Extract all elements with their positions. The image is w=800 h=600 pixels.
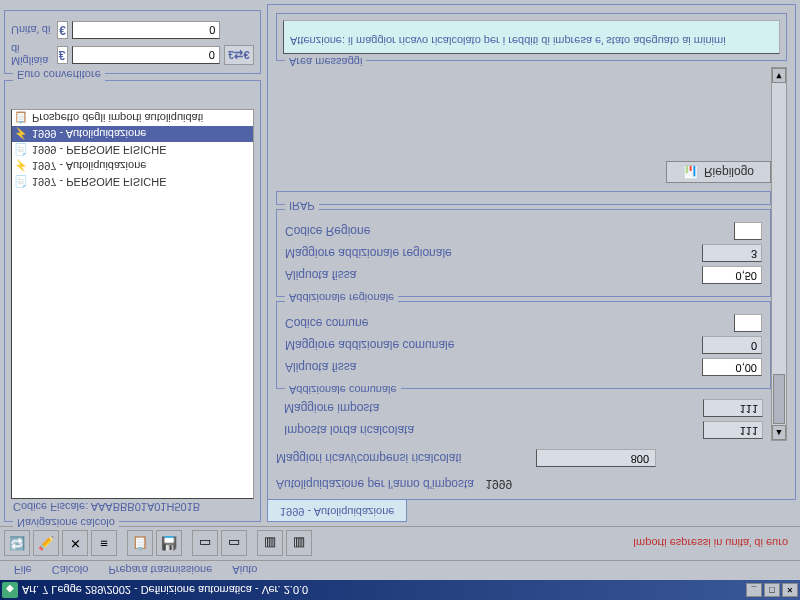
add-reg-aliquota-value[interactable]: 0,50 <box>702 266 762 284</box>
tab-1999-auto[interactable]: 1999 - Autoliquidazione <box>267 500 407 522</box>
tool-doc2-icon[interactable]: ▭ <box>221 531 247 557</box>
add-reg-maggiore-value: 3 <box>702 244 762 262</box>
tool-delete-icon[interactable]: ✕ <box>62 531 88 557</box>
conv-unita-label: Unita' di <box>11 24 53 36</box>
tool-refresh-icon[interactable]: 🔄 <box>4 531 30 557</box>
tool-list-icon[interactable]: ≡ <box>91 531 117 557</box>
euro-icon: € <box>57 21 68 39</box>
year-heading: Autoliquidazione per l'anno d'imposta 19… <box>276 477 787 491</box>
scrollbar[interactable]: ▲ ▼ <box>771 67 787 441</box>
add-com-maggiore-value: 0 <box>702 336 762 354</box>
menu-prepara[interactable]: Prepara trasmissione <box>98 563 222 579</box>
nav-item-1999-persone[interactable]: 📄 1999 - PERSONE FISICHE <box>12 142 253 158</box>
msg-legend: Area messaggi <box>285 56 366 68</box>
menu-file[interactable]: File <box>4 563 42 579</box>
add-reg-codice-label: Codice Regione <box>285 224 734 238</box>
toolbar-note: Importi espressi in unita' di euro <box>633 538 796 550</box>
imposta-lorda-value: 111 <box>703 421 763 439</box>
addizionale-regionale: Addizionale regionale Aliquota fissa 0,5… <box>276 209 771 297</box>
app-icon: ◆ <box>2 582 18 598</box>
menubar: File Calcolo Prepara trasmissione Aiuto <box>0 560 800 580</box>
tool-stack2-icon[interactable]: ▥ <box>286 531 312 557</box>
riepilogo-icon: 📊 <box>683 165 698 179</box>
imposta-lorda-label: Imposta lorda ricalcolata <box>284 423 703 437</box>
conv-swap-button[interactable]: £⇆€ <box>224 45 254 65</box>
nav-tree[interactable]: 📄 1997 - PERSONE FISICHE ⚡ 1997 - Autoli… <box>11 109 254 499</box>
add-com-maggiore-label: Maggiore addizionale comunale <box>285 338 702 352</box>
conv-migliaia-input[interactable] <box>72 46 220 64</box>
content-panel: Autoliquidazione per l'anno d'imposta 19… <box>267 4 796 500</box>
doc-icon: 📄 <box>14 175 28 189</box>
add-com-aliquota-label: Aliquota fissa <box>285 360 702 374</box>
maximize-button[interactable]: □ <box>764 583 780 597</box>
bolt-icon: ⚡ <box>14 159 28 173</box>
tool-edit-icon[interactable]: ✏️ <box>33 531 59 557</box>
tab-strip: 1999 - Autoliquidazione <box>267 500 796 522</box>
toolbar: 🔄 ✏️ ✕ ≡ 📋 💾 ▭ ▭ ▥ ▥ Importi espressi in… <box>0 526 800 560</box>
minimize-button[interactable]: _ <box>746 583 762 597</box>
menu-aiuto[interactable]: Aiuto <box>222 563 267 579</box>
nav-panel: Navigazione calcolo Codice Fiscale: AAAB… <box>4 80 261 522</box>
msg-text: Attenzione: il maggior ricavo ricalcolat… <box>283 20 780 54</box>
maggiore-imposta-label: Maggiore imposta <box>284 401 703 415</box>
addizionale-comunale: Addizionale comunale Aliquota fissa 0,00… <box>276 301 771 389</box>
euro-converter: Euro convertitore Migliaia di ₤ £⇆€ Unit… <box>4 10 261 74</box>
titlebar: ◆ Art. 7 Legge 289/2002 - Definizione au… <box>0 580 800 600</box>
tool-copy-icon[interactable]: 📋 <box>127 531 153 557</box>
maggiori-ricavi-value: 800 <box>536 449 656 467</box>
conv-migliaia-label: Migliaia di <box>11 43 53 67</box>
scroll-down-icon[interactable]: ▼ <box>772 68 786 83</box>
menu-calcolo[interactable]: Calcolo <box>42 563 99 579</box>
nav-legend: Navigazione calcolo <box>13 517 119 529</box>
scroll-thumb[interactable] <box>773 374 785 424</box>
nav-item-1999-auto[interactable]: ⚡ 1999 - Autoliquidazione <box>12 126 253 142</box>
close-button[interactable]: × <box>782 583 798 597</box>
nav-item-1997-auto[interactable]: ⚡ 1997 - Autoliquidazione <box>12 158 253 174</box>
table-icon: 📋 <box>14 111 28 125</box>
conv-legend: Euro convertitore <box>13 69 105 81</box>
conv-unita-input[interactable] <box>72 21 220 39</box>
riepilogo-button[interactable]: 📊 Riepilogo <box>666 161 771 183</box>
nav-item-prospetto[interactable]: 📋 Prospetto degli importi autoliquidati <box>12 110 253 126</box>
titlebar-text: Art. 7 Legge 289/2002 - Definizione auto… <box>22 584 746 596</box>
nav-codice-fiscale: Codice Fiscale: AAABBB01A01H501B <box>11 499 254 515</box>
doc-icon: 📄 <box>14 143 28 157</box>
tool-stack1-icon[interactable]: ▥ <box>257 531 283 557</box>
add-com-aliquota-value[interactable]: 0,00 <box>702 358 762 376</box>
add-reg-aliquota-label: Aliquota fissa <box>285 268 702 282</box>
add-com-codice-value[interactable] <box>734 314 762 332</box>
maggiori-ricavi-label: Maggiori ricavi/compensi ricalcolati <box>276 451 536 465</box>
add-reg-codice-value[interactable] <box>734 222 762 240</box>
irap-legend: IRAP <box>285 200 319 212</box>
scroll-up-icon[interactable]: ▲ <box>772 425 786 440</box>
lira-icon: ₤ <box>57 46 68 64</box>
nav-item-1997-persone[interactable]: 📄 1997 - PERSONE FISICHE <box>12 174 253 190</box>
message-area: Area messaggi Attenzione: il maggior ric… <box>276 13 787 61</box>
add-reg-legend: Addizionale regionale <box>285 292 398 304</box>
tool-doc1-icon[interactable]: ▭ <box>192 531 218 557</box>
add-com-codice-label: Codice comune <box>285 316 734 330</box>
bolt-icon: ⚡ <box>14 127 28 141</box>
tool-save-icon[interactable]: 💾 <box>156 531 182 557</box>
irap-section: IRAP <box>276 191 771 205</box>
add-com-legend: Addizionale comunale <box>285 384 401 396</box>
maggiore-imposta-value: 111 <box>703 399 763 417</box>
add-reg-maggiore-label: Maggiore addizionale regionale <box>285 246 702 260</box>
